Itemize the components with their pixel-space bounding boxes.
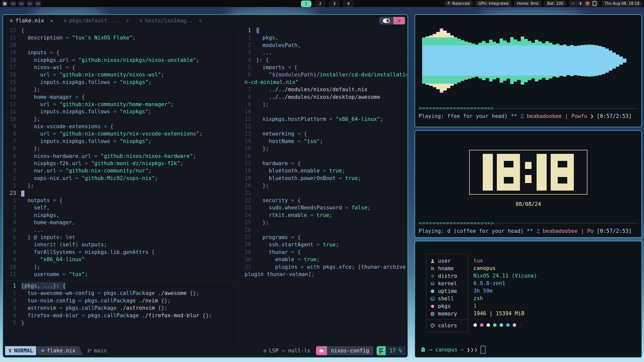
file-segment: ❄ flake.nix — [36, 346, 83, 355]
tag-1[interactable]: 1 — [301, 1, 311, 7]
code-line: 15 }; — [239, 145, 407, 152]
code-line: 7 inputs.nixpkgs.follows = "nixpkgs"; — [5, 138, 237, 145]
code-line: 21 description = "tux's NixOS Flake"; — [5, 34, 237, 41]
prompt-host: canopus — [435, 347, 458, 353]
code-line: 2 tux-nvim-config = pkgs.callPackage ./n… — [5, 297, 237, 304]
code-line: 16 — [239, 153, 407, 160]
code-line: 17 hardware = { — [239, 160, 407, 167]
nix-snowflake-icon: ❄ — [41, 348, 44, 354]
phone-icon[interactable] — [592, 2, 596, 6]
code-line: 20 — [5, 42, 237, 49]
code-line: 23 — [5, 190, 237, 197]
distro-icon — [430, 274, 435, 279]
vertical-split-divider[interactable] — [238, 26, 238, 344]
code-line: 1{ — [239, 27, 407, 34]
window-close-button[interactable]: ✕ — [393, 17, 405, 24]
lsp-status: ⚙ LSP ~ null-ls — [263, 348, 310, 354]
tab-pkgs-default-[interactable]: ❄pkgs/default ...× — [59, 17, 134, 25]
player-progress-2: =====================> — [419, 220, 638, 226]
code-line: 2 sops-nix.url = "github:Mic92/sops-nix"… — [5, 175, 237, 182]
git-branch: main — [87, 348, 107, 354]
layout-badge[interactable]: $W — [26, 1, 33, 7]
fetch-label-hname: hname — [426, 265, 468, 272]
fetch-label-distro: distro — [426, 272, 468, 280]
fetch-value-memory: 1946 | 15394 MiB — [473, 310, 537, 317]
code-line: 29 thunar = { — [239, 249, 407, 256]
tag-2[interactable]: 2 — [315, 1, 326, 7]
code-line: 16 url = "github:nix-community/nixos-wsl… — [5, 71, 237, 78]
status-pill[interactable]: Home: 8ms — [514, 1, 542, 7]
fetch-value-shell: zsh — [473, 295, 537, 302]
hname-icon — [430, 266, 435, 271]
scissors-icon[interactable]: ✂ — [571, 2, 575, 6]
pkgs-default-pane[interactable]: 1{pkgs, ...}: {1 tux-awesome-wm-config =… — [5, 282, 237, 327]
layout-badge[interactable]: $W — [35, 1, 41, 7]
code-line: 10 — [239, 108, 407, 115]
code-line: 3 astronvim = pkgs.callPackage ./astronv… — [5, 304, 237, 312]
top-bar: ▦ $W$W$W$W 1234 P: BalancedGPU: Integrat… — [0, 0, 644, 7]
status-pill[interactable]: GPU: Integrated — [475, 1, 511, 7]
fetch-terminal-widget: userhnamedistrokerneluptimeshellpkgsmemo… — [415, 241, 642, 358]
project-label: nixos-config — [327, 346, 373, 355]
close-icon[interactable]: × — [50, 18, 53, 24]
firefox-icon[interactable] — [585, 2, 589, 6]
code-line: 4 nixpkgs-f2k.url = "github:moni-dz/nixp… — [5, 160, 237, 167]
neovim-window: ❄flake.nix×❄pkgs/default ...×❄hosts/isoI… — [3, 14, 408, 358]
code-line: 5 nixos-hardware.url = "github:nixos/nix… — [5, 153, 237, 160]
clock-pill[interactable]: Thu Aug 08, 18:18 — [601, 1, 642, 7]
code-line: 2 self, — [5, 204, 237, 211]
lines-icon — [377, 346, 386, 355]
code-line: 24 rtkit.enable = true; — [239, 212, 407, 219]
status-pill[interactable]: Bat: 100 — [544, 1, 566, 7]
tab-hosts-isoImag-[interactable]: ❄hosts/isoImag..× — [135, 17, 206, 25]
gear-icon: ⚙ — [263, 348, 266, 354]
fetch-value-uptime: 3h 59m — [473, 287, 537, 295]
fetch-label-box: userhnamedistrokerneluptimeshellpkgsmemo… — [426, 254, 468, 332]
close-icon[interactable]: × — [126, 18, 129, 24]
code-line: 28 ssh.startAgent = true; — [239, 241, 407, 248]
code-line: 5} — [5, 319, 237, 327]
tag-4[interactable]: 4 — [343, 1, 354, 7]
fetch-value-hname: canopus — [473, 264, 537, 272]
horizontal-split-divider[interactable] — [5, 281, 238, 281]
code-line: 3 nixpkgs, — [5, 212, 237, 219]
close-icon[interactable]: × — [199, 18, 202, 24]
layout-badge[interactable]: $W — [18, 1, 25, 7]
code-line: 18 bluetooth.enable = true; — [239, 167, 407, 174]
visualizer-widget: =====================> Playing: ffee for… — [415, 14, 642, 127]
tab-flake-nix[interactable]: ❄flake.nix× — [6, 17, 58, 25]
status-pill[interactable]: P: Balanced — [445, 1, 473, 7]
palette-icon — [430, 323, 435, 328]
kernel-icon — [430, 281, 435, 286]
fetch-value-distro: NixOS 24.11 (Vicuna) — [473, 272, 537, 280]
mode-segment: V NORMAL — [5, 346, 39, 355]
nix-snowflake-icon: ❄ — [140, 18, 142, 23]
player-progress-1: =====================> — [419, 105, 638, 111]
layout-badge[interactable]: $W — [10, 1, 16, 7]
fetch-value-kernel: 6.9.8-zen1 — [473, 280, 537, 287]
fetch-label-pkgs: pkgs — [426, 302, 468, 310]
window-toggle-button[interactable] — [379, 17, 393, 24]
code-line: 17 nixos-wsl = { — [5, 64, 237, 71]
iso-image-pane[interactable]: 1{1 pkgs,2 modulesPath,3 ...4}: {5 impor… — [239, 27, 407, 278]
system-tray[interactable]: ✂ — [569, 1, 599, 7]
branch-label: main — [94, 348, 107, 354]
code-line: 21 — [239, 190, 407, 197]
uptime-icon — [430, 289, 435, 294]
code-line: 1 tux-awesome-wm-config = pkgs.callPacka… — [5, 290, 237, 297]
code-line: 9 nix-vscode-extensions = { — [5, 123, 237, 130]
pkgs-icon — [430, 304, 435, 309]
code-line: 1{pkgs, ...}: { — [5, 282, 237, 290]
clock-digit — [537, 154, 547, 191]
code-line: 6 }; — [5, 145, 237, 152]
launcher-icon[interactable]: ▦ — [2, 1, 8, 7]
fetch-value-pkgs: 1 — [473, 302, 537, 310]
tag-3[interactable]: 3 — [329, 1, 340, 7]
folder-icon — [316, 346, 327, 355]
flake-nix-pane[interactable]: 22{21 description = "tux's NixOS Flake";… — [5, 27, 237, 278]
terminal-color-dots — [473, 321, 537, 329]
fetch-values: tuxcanopusNixOS 24.11 (Vicuna)6.9.8-zen1… — [473, 254, 537, 329]
code-line: 22{ — [5, 27, 237, 34]
bluetooth-icon[interactable] — [578, 2, 582, 6]
shell-prompt[interactable]: →canopus~❯❯❯ — [420, 346, 486, 354]
